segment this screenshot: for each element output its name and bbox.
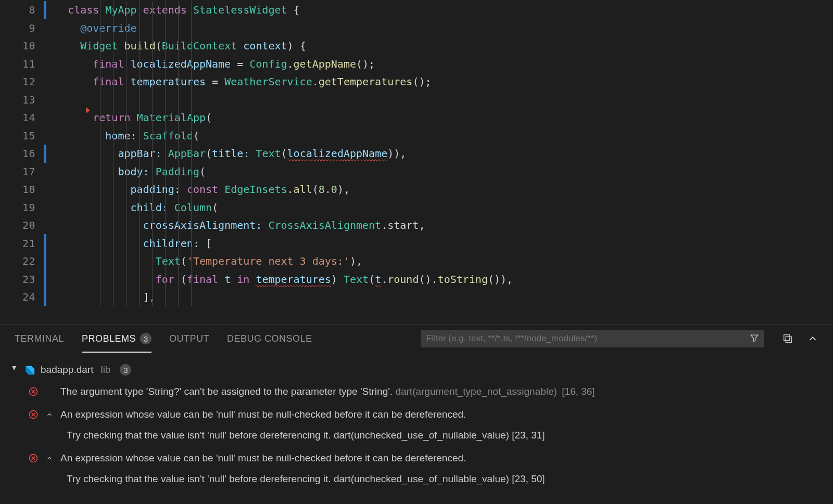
code-token: localizedAppName <box>131 58 231 70</box>
problems-file-name: badapp.dart <box>41 364 93 376</box>
code-token: appBar: <box>118 147 168 160</box>
code-token: 'Temperature next 3 days:' <box>187 255 350 267</box>
filter-funnel-icon[interactable] <box>749 333 760 343</box>
code-line[interactable]: class MyApp extends StatelessWidget { <box>43 1 833 19</box>
code-token: ( <box>156 40 162 52</box>
problems-file-dir: lib <box>100 364 110 376</box>
line-number: 23 <box>0 270 35 289</box>
tab-problems-label: PROBLEMS <box>82 333 136 344</box>
code-line[interactable]: for (final t in temperatures) Text(t.rou… <box>43 270 833 289</box>
code-token: localizedAppName <box>287 147 388 161</box>
code-line[interactable]: padding: const EdgeInsets.all(8.0), <box>43 180 833 199</box>
dart-file-icon <box>24 364 35 376</box>
error-icon <box>28 450 39 467</box>
code-token: ( <box>181 273 187 286</box>
code-token: body: <box>118 165 155 178</box>
problems-filter-input[interactable] <box>421 330 764 347</box>
code-token: all <box>294 183 312 196</box>
line-number: 22 <box>0 252 35 270</box>
problem-row[interactable]: An expression whose value can be 'null' … <box>10 403 823 426</box>
code-token: toString <box>438 273 488 286</box>
code-line[interactable]: child: Column( <box>43 199 833 217</box>
code-token: return <box>93 111 136 124</box>
code-token: t <box>375 273 381 287</box>
code-token: [ <box>206 237 212 250</box>
panel-actions <box>782 333 818 344</box>
code-token: MaterialApp <box>137 111 206 124</box>
code-area[interactable]: class MyApp extends StatelessWidget { @o… <box>43 1 833 324</box>
chevron-up-icon[interactable] <box>45 406 54 423</box>
problem-hint: Try checking that the value isn't 'null'… <box>10 426 823 447</box>
code-token: ( <box>181 255 187 267</box>
code-token: Config <box>249 58 287 70</box>
line-number: 20 <box>0 216 35 235</box>
indent-guide <box>191 1 192 306</box>
code-token: . <box>381 273 387 286</box>
code-line[interactable]: body: Padding( <box>43 163 833 181</box>
code-editor[interactable]: 89101112131415161718192021222324 class M… <box>0 0 833 324</box>
code-token: . <box>287 183 294 196</box>
problem-row[interactable]: The argument type 'String?' can't be ass… <box>10 380 823 403</box>
code-token: for <box>156 273 181 286</box>
line-number: 13 <box>0 91 35 109</box>
code-line[interactable]: appBar: AppBar(title: Text(localizedAppN… <box>43 145 833 163</box>
line-number: 17 <box>0 163 35 181</box>
collapse-all-icon[interactable] <box>782 333 793 344</box>
bottom-panel: TERMINAL PROBLEMS 3 OUTPUT DEBUG CONSOLE… <box>0 324 833 504</box>
problems-list: ▸ badapp.dart lib 3 The argument type 'S… <box>0 353 833 490</box>
code-token: context <box>243 40 287 52</box>
tab-problems[interactable]: PROBLEMS 3 <box>82 325 152 353</box>
code-token: final <box>93 75 130 88</box>
code-token: in <box>231 273 256 286</box>
collapsed-region-indicator[interactable] <box>86 107 90 113</box>
tab-output[interactable]: OUTPUT <box>169 325 209 353</box>
code-token: CrossAxisAlignment <box>268 219 381 231</box>
code-line[interactable]: @override <box>43 19 833 37</box>
line-number-gutter: 89101112131415161718192021222324 <box>0 1 43 324</box>
code-token: MyApp <box>105 4 143 16</box>
code-token: ) <box>331 273 344 286</box>
line-number: 15 <box>0 127 35 145</box>
code-token: ( <box>193 130 199 142</box>
problem-message: The argument type 'String?' can't be ass… <box>60 383 595 400</box>
code-token: round <box>387 273 419 286</box>
code-token: getAppName <box>294 58 356 70</box>
chevron-down-icon[interactable]: ▸ <box>10 366 20 374</box>
code-token: Widget <box>80 40 124 52</box>
problem-message: An expression whose value can be 'null' … <box>60 450 466 467</box>
code-line[interactable]: final temperatures = WeatherService.getT… <box>43 73 833 91</box>
code-token: (). <box>419 273 437 286</box>
line-number: 18 <box>0 180 35 199</box>
code-line[interactable]: ], <box>43 288 833 306</box>
indent-guide <box>178 1 179 306</box>
code-token: final <box>187 273 224 286</box>
code-token: ) { <box>287 40 306 52</box>
tab-terminal[interactable]: TERMINAL <box>15 325 64 353</box>
code-line[interactable]: final localizedAppName = Config.getAppNa… <box>43 55 833 73</box>
code-line[interactable]: children: [ <box>43 235 833 253</box>
code-token: )), <box>387 147 406 160</box>
problem-message: An expression whose value can be 'null' … <box>60 406 466 423</box>
code-line[interactable]: Widget build(BuildContext context) { <box>43 37 833 55</box>
chevron-up-icon[interactable] <box>45 450 54 467</box>
code-line[interactable]: return MaterialApp( <box>43 109 833 127</box>
file-problem-count-badge: 3 <box>120 364 131 376</box>
code-line[interactable]: home: Scaffold( <box>43 127 833 145</box>
tab-debug-console[interactable]: DEBUG CONSOLE <box>227 325 312 353</box>
code-token: ()), <box>488 273 513 286</box>
code-line[interactable] <box>43 91 833 109</box>
panel-tabs: TERMINAL PROBLEMS 3 OUTPUT DEBUG CONSOLE <box>0 325 833 353</box>
problems-filter-field[interactable] <box>426 333 759 344</box>
line-number: 9 <box>0 19 35 37</box>
code-token: temperatures <box>256 273 331 287</box>
error-icon <box>28 383 39 400</box>
code-line[interactable]: crossAxisAlignment: CrossAxisAlignment.s… <box>43 216 833 235</box>
code-token: crossAxisAlignment: <box>143 219 269 231</box>
problem-row[interactable]: An expression whose value can be 'null' … <box>10 447 823 470</box>
indent-guide <box>100 1 100 306</box>
code-line[interactable]: Text('Temperature next 3 days:'), <box>43 252 833 270</box>
line-number: 10 <box>0 37 35 55</box>
problems-file-row[interactable]: ▸ badapp.dart lib 3 <box>10 359 823 380</box>
chevron-up-icon[interactable] <box>807 333 818 344</box>
code-token: ( <box>199 165 206 178</box>
